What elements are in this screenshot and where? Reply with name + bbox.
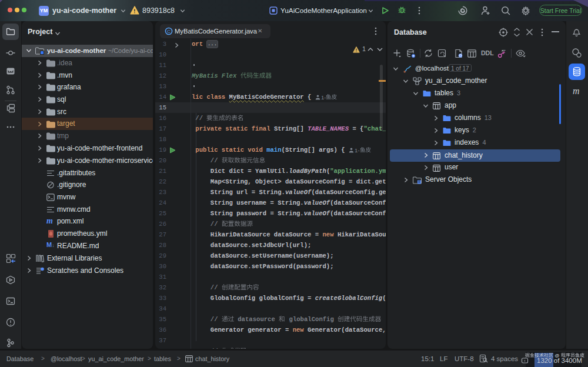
svg-text:C: C (167, 29, 171, 34)
